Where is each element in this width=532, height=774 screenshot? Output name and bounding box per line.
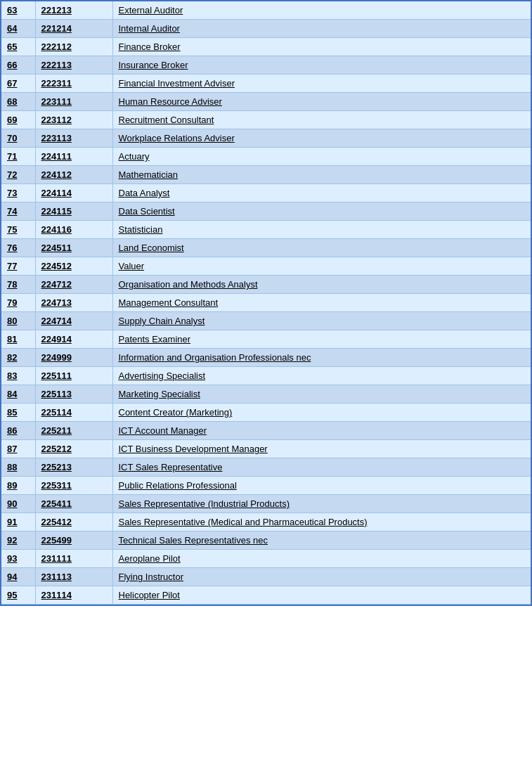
occupation-title[interactable]: Mathematician: [112, 166, 531, 184]
occupation-title[interactable]: Public Relations Professional: [112, 477, 531, 495]
occupation-code[interactable]: 225111: [35, 367, 112, 385]
occupation-title[interactable]: Valuer: [112, 257, 531, 276]
table-row: 93231111Aeroplane Pilot: [1, 550, 531, 568]
table-row: 95231114Helicopter Pilot: [1, 586, 531, 605]
table-row: 81224914Patents Examiner: [1, 330, 531, 349]
occupation-code[interactable]: 225113: [35, 385, 112, 404]
occupation-title[interactable]: Marketing Specialist: [112, 385, 531, 404]
row-number: 94: [1, 568, 35, 586]
occupation-title[interactable]: Actuary: [112, 148, 531, 166]
table-row: 92225499Technical Sales Representatives …: [1, 531, 531, 550]
table-row: 80224714Supply Chain Analyst: [1, 312, 531, 330]
occupation-code[interactable]: 221214: [35, 20, 112, 38]
row-number: 88: [1, 458, 35, 477]
table-row: 69223112Recruitment Consultant: [1, 111, 531, 129]
occupation-title[interactable]: Management Consultant: [112, 294, 531, 312]
row-number: 90: [1, 495, 35, 513]
occupation-code[interactable]: 224116: [35, 221, 112, 239]
occupation-title[interactable]: Internal Auditor: [112, 20, 531, 38]
row-number: 79: [1, 294, 35, 312]
occupation-title[interactable]: ICT Business Development Manager: [112, 440, 531, 458]
occupation-title[interactable]: Flying Instructor: [112, 568, 531, 586]
table-row: 88225213ICT Sales Representative: [1, 458, 531, 477]
occupation-code[interactable]: 222113: [35, 56, 112, 75]
occupation-code[interactable]: 224111: [35, 148, 112, 166]
occupation-code[interactable]: 225211: [35, 422, 112, 440]
occupation-title[interactable]: Technical Sales Representatives nec: [112, 531, 531, 550]
occupation-title[interactable]: Patents Examiner: [112, 330, 531, 349]
occupation-title[interactable]: Data Analyst: [112, 184, 531, 202]
table-row: 89225311Public Relations Professional: [1, 477, 531, 495]
table-row: 84225113Marketing Specialist: [1, 385, 531, 404]
occupation-title[interactable]: Financial Investment Adviser: [112, 75, 531, 93]
occupation-code[interactable]: 224914: [35, 330, 112, 349]
occupation-title[interactable]: Land Economist: [112, 239, 531, 257]
occupation-title[interactable]: Recruitment Consultant: [112, 111, 531, 129]
occupation-title[interactable]: Aeroplane Pilot: [112, 550, 531, 568]
row-number: 82: [1, 349, 35, 367]
occupation-code[interactable]: 223112: [35, 111, 112, 129]
occupation-code[interactable]: 222112: [35, 38, 112, 56]
row-number: 89: [1, 477, 35, 495]
occupation-title[interactable]: Content Creator (Marketing): [112, 404, 531, 422]
occupation-code[interactable]: 225412: [35, 513, 112, 531]
occupation-code[interactable]: 225499: [35, 531, 112, 550]
table-row: 76224511Land Economist: [1, 239, 531, 257]
occupation-title[interactable]: Helicopter Pilot: [112, 586, 531, 605]
occupation-code[interactable]: 224714: [35, 312, 112, 330]
occupation-code[interactable]: 225311: [35, 477, 112, 495]
occupation-title[interactable]: Sales Representative (Medical and Pharma…: [112, 513, 531, 531]
occupation-code[interactable]: 224112: [35, 166, 112, 184]
row-number: 93: [1, 550, 35, 568]
occupation-title[interactable]: Insurance Broker: [112, 56, 531, 75]
row-number: 73: [1, 184, 35, 202]
row-number: 65: [1, 38, 35, 56]
row-number: 66: [1, 56, 35, 75]
row-number: 92: [1, 531, 35, 550]
occupation-code[interactable]: 225411: [35, 495, 112, 513]
occupation-code[interactable]: 224114: [35, 184, 112, 202]
table-row: 64221214Internal Auditor: [1, 20, 531, 38]
table-row: 87225212ICT Business Development Manager: [1, 440, 531, 458]
occupation-code[interactable]: 223111: [35, 93, 112, 111]
occupations-table: 63221213External Auditor64221214Internal…: [1, 1, 531, 605]
occupation-title[interactable]: Sales Representative (Industrial Product…: [112, 495, 531, 513]
occupation-code[interactable]: 221213: [35, 1, 112, 20]
occupation-code[interactable]: 225114: [35, 404, 112, 422]
table-row: 75224116Statistician: [1, 221, 531, 239]
occupation-code[interactable]: 231114: [35, 586, 112, 605]
occupation-title[interactable]: Data Scientist: [112, 202, 531, 221]
table-row: 67222311Financial Investment Adviser: [1, 75, 531, 93]
row-number: 95: [1, 586, 35, 605]
occupation-code[interactable]: 224512: [35, 257, 112, 276]
occupation-code[interactable]: 225212: [35, 440, 112, 458]
occupation-title[interactable]: Workplace Relations Adviser: [112, 129, 531, 148]
occupation-title[interactable]: Finance Broker: [112, 38, 531, 56]
table-row: 68223111Human Resource Adviser: [1, 93, 531, 111]
table-row: 82224999Information and Organisation Pro…: [1, 349, 531, 367]
occupation-code[interactable]: 225213: [35, 458, 112, 477]
occupation-code[interactable]: 224115: [35, 202, 112, 221]
occupation-title[interactable]: External Auditor: [112, 1, 531, 20]
occupation-title[interactable]: Organisation and Methods Analyst: [112, 276, 531, 294]
occupation-code[interactable]: 231111: [35, 550, 112, 568]
occupation-code[interactable]: 224999: [35, 349, 112, 367]
table-row: 86225211ICT Account Manager: [1, 422, 531, 440]
occupation-code[interactable]: 231113: [35, 568, 112, 586]
occupation-title[interactable]: ICT Sales Representative: [112, 458, 531, 477]
occupation-title[interactable]: Supply Chain Analyst: [112, 312, 531, 330]
occupation-code[interactable]: 224713: [35, 294, 112, 312]
occupation-title[interactable]: Advertising Specialist: [112, 367, 531, 385]
occupation-title[interactable]: Human Resource Adviser: [112, 93, 531, 111]
occupation-title[interactable]: Statistician: [112, 221, 531, 239]
table-row: 66222113Insurance Broker: [1, 56, 531, 75]
row-number: 71: [1, 148, 35, 166]
occupation-title[interactable]: ICT Account Manager: [112, 422, 531, 440]
occupation-title[interactable]: Information and Organisation Professiona…: [112, 349, 531, 367]
table-row: 79224713Management Consultant: [1, 294, 531, 312]
occupation-code[interactable]: 222311: [35, 75, 112, 93]
table-row: 91225412Sales Representative (Medical an…: [1, 513, 531, 531]
occupation-code[interactable]: 224712: [35, 276, 112, 294]
occupation-code[interactable]: 224511: [35, 239, 112, 257]
occupation-code[interactable]: 223113: [35, 129, 112, 148]
